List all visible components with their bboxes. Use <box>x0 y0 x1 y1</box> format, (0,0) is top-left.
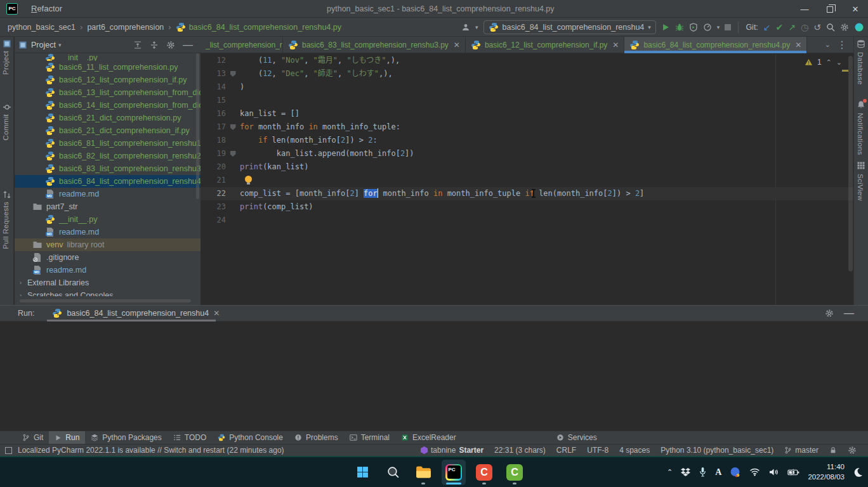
code-line-24[interactable]: 24 <box>201 214 853 227</box>
tree-item-basic6_84_list_comprehension_renshu4.py[interactable]: basic6_84_list_comprehension_renshu4.py <box>15 175 201 188</box>
start-button[interactable] <box>350 460 374 485</box>
breadcrumb-item[interactable]: basic6_84_list_comprehension_renshu4.py <box>176 22 341 32</box>
next-warning-icon[interactable]: ⌄ <box>836 58 842 67</box>
project-vertical-scrollbar[interactable] <box>196 53 199 199</box>
code-line-14[interactable]: 14) <box>201 81 853 94</box>
tree-item-part7_str[interactable]: part7_str <box>15 200 201 213</box>
indent-style[interactable]: 4 spaces <box>619 446 650 455</box>
tree-item-basic6_21_dict_comprehension.py[interactable]: basic6_21_dict_comprehension.py <box>15 112 201 124</box>
lock-icon[interactable] <box>829 446 837 454</box>
code-line-12[interactable]: 12 (11, "Nov", "霜月", "しもつき",), <box>201 54 853 67</box>
code-editor[interactable]: 12 (11, "Nov", "霜月", "しもつき",),13 (12, "D… <box>201 54 853 305</box>
close-button[interactable]: ✕ <box>843 0 868 18</box>
error-stripe-mark[interactable] <box>842 70 848 72</box>
code-line-22[interactable]: 22comp_list = [month_info[2] for month_i… <box>201 187 853 200</box>
status-message[interactable]: Localized PyCharm 2022.1.1 is available … <box>0 446 284 455</box>
stripe-item-notifications[interactable]: Notifications <box>857 113 864 155</box>
editor-tab-_list_comprehension_renshu2.py[interactable]: _list_comprehension_renshu2.py✕ <box>201 37 283 53</box>
git-commit-button[interactable]: ✔ <box>776 23 784 32</box>
git-push-button[interactable]: ↗ <box>788 23 796 32</box>
stripe-item-database[interactable]: Database <box>857 52 864 85</box>
toolwindow-button-run[interactable]: Run <box>49 431 85 445</box>
toolwindow-toggle-icon[interactable] <box>5 447 12 454</box>
git-update-button[interactable]: ↙ <box>763 23 771 32</box>
volume-icon[interactable] <box>768 468 779 476</box>
stripe-item-commit[interactable]: Commit <box>2 114 10 140</box>
file-explorer-button[interactable] <box>411 460 435 485</box>
code-line-15[interactable]: 15 <box>201 94 853 107</box>
chevron-down-icon[interactable]: ▾ <box>58 42 62 48</box>
hide-panel-icon[interactable]: — <box>183 39 193 51</box>
prev-warning-icon[interactable]: ⌃ <box>826 58 832 67</box>
gear-icon[interactable] <box>848 446 857 455</box>
close-icon[interactable]: ✕ <box>612 41 619 49</box>
rollback-button[interactable]: ↺ <box>813 23 821 32</box>
close-icon[interactable]: ✕ <box>213 309 220 318</box>
code-line-13[interactable]: 13 (12, "Dec", "師走", "しわす",), <box>201 67 853 81</box>
close-icon[interactable]: ✕ <box>795 41 801 49</box>
minimize-button[interactable]: — <box>792 0 817 18</box>
project-horizontal-scrollbar[interactable] <box>20 299 191 302</box>
tree-item-basic6_14_list_comprehension_from_dict_if.py[interactable]: basic6_14_list_comprehension_from_dict_i… <box>15 99 201 112</box>
microphone-icon[interactable] <box>699 467 707 477</box>
tree-item-venv[interactable]: venvlibrary root <box>15 238 201 251</box>
coverage-button[interactable] <box>689 23 698 32</box>
run-configuration-select[interactable]: basic6_84_list_comprehension_renshu4 ▾ <box>483 20 656 34</box>
gear-icon[interactable] <box>166 41 175 49</box>
tree-item-readme.md[interactable]: MDreadme.md <box>15 188 201 200</box>
toolwindow-button-python-packages[interactable]: Python Packages <box>85 431 167 445</box>
toolwindow-button-todo[interactable]: TODO <box>168 431 212 445</box>
hide-panel-icon[interactable]: — <box>844 308 854 319</box>
toolwindow-button-excelreader[interactable]: ExcelReader <box>395 431 462 445</box>
stripe-item-project[interactable]: Project <box>2 51 10 75</box>
tree-item-.gitignore[interactable]: .gitignore <box>15 251 201 264</box>
tree-item-basic6_83_list_comprehension_renshu3.py[interactable]: basic6_83_list_comprehension_renshu3.py <box>15 162 201 175</box>
project-panel-title[interactable]: Project <box>31 41 56 49</box>
editor-tab-basic6_12_list_comprehension_if.py[interactable]: basic6_12_list_comprehension_if.py✕ <box>466 37 625 53</box>
tree-item-basic6_21_dict_comprehension_if.py[interactable]: basic6_21_dict_comprehension_if.py <box>15 124 201 137</box>
toolwindow-button-python-console[interactable]: Python Console <box>212 431 289 445</box>
breadcrumb-item[interactable]: python_basic_sec1 <box>8 23 76 32</box>
collapse-all-icon[interactable] <box>150 41 159 49</box>
run-button[interactable] <box>661 23 670 32</box>
tree-item-__init__.py[interactable]: __init__.py <box>15 53 201 61</box>
user-access-icon[interactable] <box>461 23 470 32</box>
tree-item-readme.md[interactable]: MDreadme.md <box>15 264 201 276</box>
tree-item-ScratchesandConsoles[interactable]: ›Scratches and Consoles <box>15 289 201 296</box>
stripe-item-pull-requests[interactable]: Pull Requests <box>2 202 10 249</box>
code-line-17[interactable]: 17for month_info in month_info_tuple: <box>201 120 853 134</box>
expand-all-icon[interactable] <box>133 41 142 49</box>
git-branch-widget[interactable]: master <box>784 446 819 455</box>
tree-item-basic6_13_list_comprehension_from_dict.py[interactable]: basic6_13_list_comprehension_from_dict.p… <box>15 86 201 99</box>
code-line-18[interactable]: 18 if len(month_info[2]) > 2: <box>201 134 853 147</box>
tree-item-readme.md[interactable]: MDreadme.md <box>15 226 201 238</box>
caret-position[interactable]: 22:31 (3 chars) <box>494 446 546 455</box>
toolwindow-button-terminal[interactable]: Terminal <box>344 431 395 445</box>
editor-scrollbar[interactable] <box>848 56 853 271</box>
tree-item-ExternalLibraries[interactable]: ›External Libraries <box>15 276 201 289</box>
python-interpreter[interactable]: Python 3.10 (python_basic_sec1) <box>661 446 773 455</box>
chevron-right-icon[interactable]: › <box>20 280 27 286</box>
breadcrumb-item[interactable]: part6_comprehension <box>87 23 164 32</box>
wifi-icon[interactable] <box>749 468 760 476</box>
chevron-right-icon[interactable]: › <box>20 292 27 296</box>
tree-item-__init__.py[interactable]: __init__.py <box>15 213 201 226</box>
clock-widget[interactable]: 11:40 2022/08/03 <box>808 462 845 482</box>
toolwindow-button-problems[interactable]: Problems <box>289 431 344 445</box>
camtasia-recorder-button[interactable]: C <box>472 460 496 485</box>
run-tab[interactable]: basic6_84_list_comprehension_renshu4 ✕ <box>52 306 220 321</box>
settings-gear-button[interactable] <box>840 23 849 32</box>
tree-item-basic6_12_list_comprehension_if.py[interactable]: basic6_12_list_comprehension_if.py <box>15 74 201 86</box>
ime-mode-indicator[interactable]: A <box>715 467 721 477</box>
line-separator[interactable]: CRLF <box>556 446 576 455</box>
dropbox-icon[interactable] <box>681 467 690 477</box>
tab-list-chevron-icon[interactable]: ⌄ <box>825 41 831 49</box>
search-everywhere-button[interactable] <box>826 23 835 32</box>
editor-tab-basic6_83_list_comprehension_renshu3.py[interactable]: basic6_83_list_comprehension_renshu3.py✕ <box>283 37 466 53</box>
tree-item-basic6_81_list_comprehension_renshu1.py[interactable]: basic6_81_list_comprehension_renshu1.py <box>15 137 201 150</box>
code-line-19[interactable]: 19 kan_list.append(month_info[2]) <box>201 147 853 160</box>
intention-lightbulb-icon[interactable] <box>245 176 252 183</box>
gear-icon[interactable] <box>825 309 834 318</box>
menu-refactor[interactable]: Refactor <box>25 0 69 18</box>
battery-icon[interactable] <box>787 469 799 476</box>
